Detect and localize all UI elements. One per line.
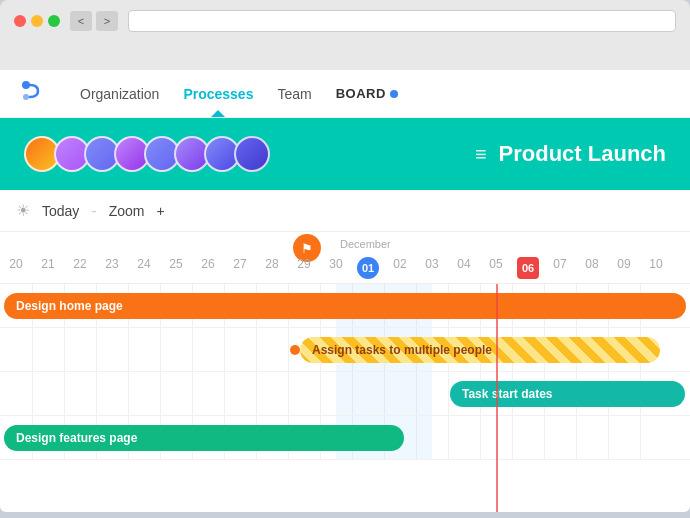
date-header: December ⚑ 20 21 22 23 24 25 26 27 2 — [0, 232, 690, 284]
date-highlight: 06 — [517, 257, 539, 279]
gantt-row-design-features: Design features page — [0, 416, 690, 460]
nav-item-organization[interactable]: Organization — [68, 70, 171, 117]
project-header: ≡ Product Launch — [0, 118, 690, 190]
date-09: 09 — [608, 257, 640, 279]
avatar[interactable] — [234, 136, 270, 172]
forward-button[interactable]: > — [96, 11, 118, 31]
gantt-row-assign-tasks: Assign tasks to multiple people — [0, 328, 690, 372]
project-icon: ≡ — [475, 143, 487, 166]
top-nav: Organization Processes Team BOARD — [0, 70, 690, 118]
date-24: 24 — [128, 257, 160, 279]
browser-toolbar: < > — [14, 10, 676, 32]
gantt-row-task-start: Task start dates — [0, 372, 690, 416]
date-23: 23 — [96, 257, 128, 279]
zoom-in-button[interactable]: + — [156, 203, 164, 219]
date-25: 25 — [160, 257, 192, 279]
project-title-area: ≡ Product Launch — [475, 141, 666, 167]
date-02: 02 — [384, 257, 416, 279]
date-29: 29 — [288, 257, 320, 279]
sun-icon: ☀ — [16, 201, 30, 220]
current-day-line — [496, 284, 498, 512]
zoom-label: Zoom — [109, 203, 145, 219]
gantt-bar-design-features[interactable]: Design features page — [4, 425, 404, 451]
month-label: December — [340, 238, 391, 250]
bar-label-design-home: Design home page — [16, 299, 123, 313]
date-21: 21 — [32, 257, 64, 279]
gantt-bar-assign-tasks[interactable]: Assign tasks to multiple people — [300, 337, 660, 363]
nav-items: Organization Processes Team BOARD — [68, 70, 410, 117]
date-20: 20 — [0, 257, 32, 279]
gantt-row-design-home: Design home page — [0, 284, 690, 328]
date-07: 07 — [544, 257, 576, 279]
date-03: 03 — [416, 257, 448, 279]
maximize-button[interactable] — [48, 15, 60, 27]
date-27: 27 — [224, 257, 256, 279]
gantt-bar-task-start[interactable]: Task start dates — [450, 381, 685, 407]
date-10: 10 — [640, 257, 672, 279]
close-button[interactable] — [14, 15, 26, 27]
date-28: 28 — [256, 257, 288, 279]
nav-buttons: < > — [70, 11, 118, 31]
traffic-lights — [14, 15, 60, 27]
date-30: 30 — [320, 257, 352, 279]
date-today: 01 — [357, 257, 379, 279]
nav-item-team[interactable]: Team — [265, 70, 323, 117]
today-button[interactable]: Today — [42, 203, 79, 219]
back-button[interactable]: < — [70, 11, 92, 31]
address-bar[interactable] — [128, 10, 676, 32]
timeline-area: December ⚑ 20 21 22 23 24 25 26 27 2 — [0, 232, 690, 512]
date-08: 08 — [576, 257, 608, 279]
timeline-toolbar: ☀ Today - Zoom + — [0, 190, 690, 232]
separator: - — [91, 202, 96, 220]
bar-label-assign-tasks: Assign tasks to multiple people — [312, 343, 492, 357]
bar-label-design-features: Design features page — [16, 431, 137, 445]
nav-item-processes[interactable]: Processes — [171, 70, 265, 117]
gantt-bar-design-home[interactable]: Design home page — [4, 293, 686, 319]
date-26: 26 — [192, 257, 224, 279]
project-title: Product Launch — [499, 141, 666, 167]
date-22: 22 — [64, 257, 96, 279]
milestone-dot — [290, 345, 300, 355]
bar-label-task-start: Task start dates — [462, 387, 553, 401]
date-04: 04 — [448, 257, 480, 279]
app-window: Organization Processes Team BOARD — [0, 70, 690, 512]
board-indicator-dot — [390, 90, 398, 98]
gantt-rows: Design home page Assign tasks to multipl… — [0, 284, 690, 460]
date-05: 05 — [480, 257, 512, 279]
browser-chrome: < > — [0, 0, 690, 70]
app-logo[interactable] — [16, 77, 44, 110]
minimize-button[interactable] — [31, 15, 43, 27]
avatar-group — [24, 136, 264, 172]
svg-point-1 — [23, 94, 29, 100]
nav-item-board[interactable]: BOARD — [324, 70, 410, 117]
